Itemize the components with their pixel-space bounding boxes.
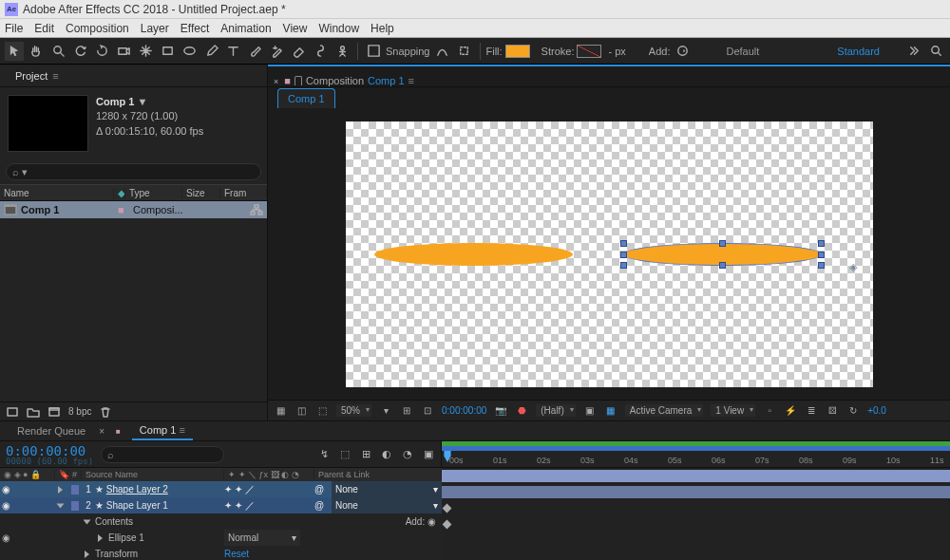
visibility-toggle[interactable]: ◉ bbox=[0, 532, 11, 543]
menu-animation[interactable]: Animation bbox=[220, 22, 271, 35]
comp-dropdown-icon[interactable]: ▼ bbox=[137, 96, 147, 107]
bpc-label[interactable]: 8 bpc bbox=[68, 406, 91, 417]
col-type[interactable]: Type bbox=[125, 188, 182, 198]
parent-dropdown[interactable]: None▾ bbox=[332, 481, 442, 497]
close-tab-icon[interactable]: × bbox=[274, 77, 278, 86]
bbox-handle[interactable] bbox=[719, 240, 726, 247]
label-color[interactable] bbox=[71, 501, 79, 511]
layer-row-1[interactable]: ◉ 1 ★ Shape Layer 2 ✦ ✦ ／ @ None▾ bbox=[0, 481, 442, 497]
tab-render-queue[interactable]: Render Queue bbox=[10, 422, 93, 439]
project-search[interactable]: ⌕▾ bbox=[6, 163, 261, 180]
rectangle-tool[interactable] bbox=[158, 42, 177, 61]
ellipse-row[interactable]: ◉ Ellipse 1 Normal▾ bbox=[0, 530, 442, 546]
add-menu-icon[interactable] bbox=[673, 42, 692, 61]
bbox-handle[interactable] bbox=[620, 252, 627, 258]
time-ruler[interactable]: 00s01s02s03s04s05s06s07s08s09s10s11s bbox=[442, 441, 950, 468]
snap-opt1-icon[interactable] bbox=[433, 42, 452, 61]
bbox-handle[interactable] bbox=[620, 262, 627, 269]
add-menu-icon[interactable]: ◉ bbox=[428, 516, 436, 527]
label-color[interactable] bbox=[71, 485, 79, 495]
mask-icon[interactable]: ◫ bbox=[294, 405, 308, 417]
selection-tool[interactable] bbox=[5, 42, 24, 61]
guides-icon[interactable]: ⊡ bbox=[421, 405, 434, 417]
project-item-comp1[interactable]: Comp 1 ■ Composi... bbox=[0, 201, 267, 218]
bbox-handle[interactable] bbox=[818, 262, 825, 269]
menu-help[interactable]: Help bbox=[370, 22, 394, 35]
col-size[interactable]: Size bbox=[182, 188, 220, 198]
bbox-handle[interactable] bbox=[719, 262, 726, 269]
expand-icon[interactable] bbox=[58, 486, 63, 494]
menu-composition[interactable]: Composition bbox=[66, 22, 129, 35]
visibility-toggle[interactable]: ◉ bbox=[0, 484, 11, 495]
viewer-timecode[interactable]: 0:00:00:00 bbox=[442, 405, 486, 416]
flowchart-icon[interactable] bbox=[250, 204, 263, 215]
frame-blend-icon[interactable]: ⊞ bbox=[359, 449, 372, 460]
transparency-icon[interactable]: ▦ bbox=[604, 405, 618, 417]
canvas[interactable]: ◈ bbox=[346, 121, 873, 387]
shy-icon[interactable]: ↯ bbox=[317, 449, 331, 460]
ellipse-tool[interactable] bbox=[180, 42, 199, 61]
expand-icon[interactable] bbox=[85, 551, 89, 558]
brush-tool[interactable] bbox=[245, 42, 264, 61]
project-tab[interactable]: Project≡ bbox=[8, 66, 66, 85]
layer-row-2[interactable]: ◉ 2 ★ Shape Layer 1 ✦ ✦ ／ @ None▾ bbox=[0, 497, 442, 513]
camera-tool[interactable] bbox=[114, 42, 133, 61]
keyframe-icon[interactable] bbox=[443, 504, 452, 513]
roi-icon[interactable]: ▣ bbox=[583, 405, 597, 417]
layout-default[interactable]: Default bbox=[726, 46, 759, 57]
views-dropdown[interactable]: 1 View bbox=[711, 404, 755, 417]
grid-icon[interactable]: ⊞ bbox=[400, 405, 413, 417]
layer-bar-2[interactable] bbox=[442, 486, 950, 498]
pan-behind-tool[interactable] bbox=[136, 42, 155, 61]
close-tab-icon[interactable]: × bbox=[99, 426, 104, 437]
comp-thumbnail[interactable] bbox=[8, 95, 88, 152]
expand-icon[interactable] bbox=[98, 534, 103, 542]
bbox-handle[interactable] bbox=[620, 240, 627, 247]
pen-tool[interactable] bbox=[201, 42, 220, 61]
channel-icon[interactable]: ⬣ bbox=[515, 405, 528, 417]
menu-layer[interactable]: Layer bbox=[141, 22, 169, 35]
timeline-tracks[interactable]: 00s01s02s03s04s05s06s07s08s09s10s11s bbox=[442, 441, 950, 560]
alpha-icon[interactable]: ▦ bbox=[274, 405, 287, 417]
tab-comp1[interactable]: Comp 1 ≡ bbox=[132, 421, 193, 440]
anchor-icon[interactable]: ◈ bbox=[849, 261, 857, 273]
new-comp-icon[interactable] bbox=[48, 406, 61, 418]
search-icon[interactable] bbox=[926, 42, 945, 61]
stroke-width[interactable]: - px bbox=[608, 46, 625, 57]
fill-color-swatch[interactable] bbox=[505, 45, 530, 58]
contents-row[interactable]: Contents Add: ◉ bbox=[0, 513, 442, 530]
roto-tool[interactable] bbox=[311, 42, 330, 61]
brainstorm-icon[interactable]: ▣ bbox=[422, 449, 435, 460]
zoom-tool[interactable] bbox=[48, 42, 67, 61]
snapping-checkbox[interactable] bbox=[364, 42, 383, 61]
hand-tool[interactable] bbox=[27, 42, 46, 61]
zoom-dropdown[interactable]: 50% bbox=[336, 404, 371, 417]
parent-pickwhip-icon[interactable]: @ bbox=[314, 497, 332, 513]
flowchart-icon[interactable]: ⚄ bbox=[826, 405, 839, 417]
collapse-icon[interactable] bbox=[57, 503, 65, 508]
bbox-handle[interactable] bbox=[818, 240, 825, 247]
bbox-handle[interactable] bbox=[818, 252, 825, 258]
text-tool[interactable] bbox=[223, 42, 242, 61]
menu-edit[interactable]: Edit bbox=[34, 22, 54, 35]
fast-preview-icon[interactable]: ⚡ bbox=[784, 405, 797, 417]
col-label[interactable]: ◆ bbox=[114, 188, 125, 198]
menubar[interactable]: File Edit Composition Layer Effect Anima… bbox=[0, 19, 950, 38]
clone-tool[interactable] bbox=[267, 42, 286, 61]
menu-effect[interactable]: Effect bbox=[180, 22, 209, 35]
snapshot-icon[interactable]: 📷 bbox=[494, 405, 507, 417]
res-dropdown[interactable]: (Half) bbox=[536, 404, 575, 417]
timeline-search[interactable]: ⌕ bbox=[101, 446, 224, 463]
crumb-comp[interactable]: Comp 1 bbox=[368, 75, 405, 86]
layout-standard[interactable]: Standard bbox=[837, 46, 880, 57]
menu-file[interactable]: File bbox=[5, 22, 23, 35]
layer-name[interactable]: Shape Layer 2 bbox=[106, 484, 168, 495]
draft3d-icon[interactable]: ⬚ bbox=[338, 449, 352, 460]
timeline-icon[interactable]: ≣ bbox=[805, 405, 818, 417]
rotate-tool[interactable] bbox=[92, 42, 111, 61]
snap-opt2-icon[interactable] bbox=[455, 42, 474, 61]
graph-editor-icon[interactable]: ◔ bbox=[401, 449, 414, 460]
layer-name[interactable]: Shape Layer 1 bbox=[106, 500, 168, 511]
col-frame[interactable]: Fram bbox=[220, 188, 267, 198]
orbit-tool[interactable] bbox=[70, 42, 89, 61]
